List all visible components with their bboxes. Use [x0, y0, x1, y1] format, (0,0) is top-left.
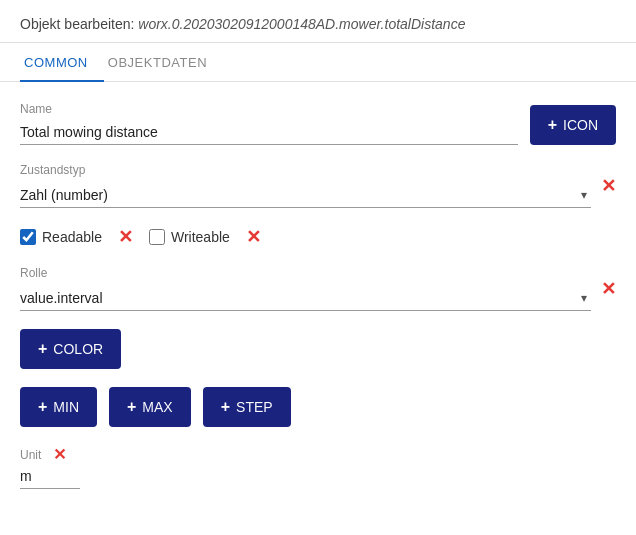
tab-common[interactable]: COMMON [20, 43, 104, 82]
name-row: Name + ICON [20, 102, 616, 145]
header: Objekt bearbeiten: worx.0.20203020912000… [0, 0, 636, 43]
state-type-label: Zustandstyp [20, 163, 591, 177]
writeable-clear-icon[interactable]: ✕ [246, 226, 261, 248]
state-type-select[interactable]: Zahl (number) [20, 181, 591, 208]
readable-checkbox[interactable] [20, 229, 36, 245]
min-button[interactable]: + MIN [20, 387, 97, 427]
name-field-group: Name [20, 102, 518, 145]
color-button-label: COLOR [53, 341, 103, 357]
icon-button-label: ICON [563, 117, 598, 133]
icon-button[interactable]: + ICON [530, 105, 616, 145]
writeable-label: Writeable [171, 229, 230, 245]
step-button-plus: + [221, 398, 230, 416]
unit-input[interactable] [20, 464, 80, 489]
color-button-plus: + [38, 340, 47, 358]
step-button[interactable]: + STEP [203, 387, 291, 427]
unit-row: Unit ✕ [20, 445, 616, 464]
readable-clear-icon[interactable]: ✕ [118, 226, 133, 248]
role-select[interactable]: value.interval [20, 284, 591, 311]
icon-button-plus: + [548, 116, 557, 134]
unit-clear-icon[interactable]: ✕ [53, 445, 66, 464]
state-type-row: Zustandstyp Zahl (number) ▾ ✕ [20, 163, 616, 208]
unit-label: Unit [20, 448, 41, 462]
readable-label: Readable [42, 229, 102, 245]
role-label: Rolle [20, 266, 591, 280]
state-type-group: Zustandstyp Zahl (number) ▾ [20, 163, 591, 208]
name-label: Name [20, 102, 518, 116]
writeable-checkbox[interactable] [149, 229, 165, 245]
tabs-bar: COMMON OBJEKTDATEN [0, 43, 636, 82]
checkbox-row: Readable ✕ Writeable ✕ [20, 226, 616, 248]
state-type-clear-icon[interactable]: ✕ [601, 175, 616, 197]
color-button[interactable]: + COLOR [20, 329, 121, 369]
role-clear-icon[interactable]: ✕ [601, 278, 616, 300]
color-row: + COLOR [20, 329, 616, 369]
step-button-label: STEP [236, 399, 273, 415]
readable-item: Readable [20, 229, 102, 245]
min-button-label: MIN [53, 399, 79, 415]
header-prefix: Objekt bearbeiten: [20, 16, 134, 32]
object-id: worx.0.20203020912000148AD.mower.totalDi… [138, 16, 465, 32]
max-button-plus: + [127, 398, 136, 416]
min-max-step-row: + MIN + MAX + STEP [20, 387, 616, 427]
writeable-item: Writeable [149, 229, 230, 245]
tab-objektdaten[interactable]: OBJEKTDATEN [104, 43, 223, 82]
min-button-plus: + [38, 398, 47, 416]
form-content: Name + ICON Zustandstyp Zahl (number) ▾ … [0, 82, 636, 509]
role-group: Rolle value.interval ▾ [20, 266, 591, 311]
role-row: Rolle value.interval ▾ ✕ [20, 266, 616, 311]
role-wrapper: value.interval ▾ [20, 284, 591, 311]
unit-section: Unit ✕ [20, 445, 616, 489]
name-input[interactable] [20, 120, 518, 145]
max-button-label: MAX [142, 399, 172, 415]
max-button[interactable]: + MAX [109, 387, 191, 427]
state-type-wrapper: Zahl (number) ▾ [20, 181, 591, 208]
